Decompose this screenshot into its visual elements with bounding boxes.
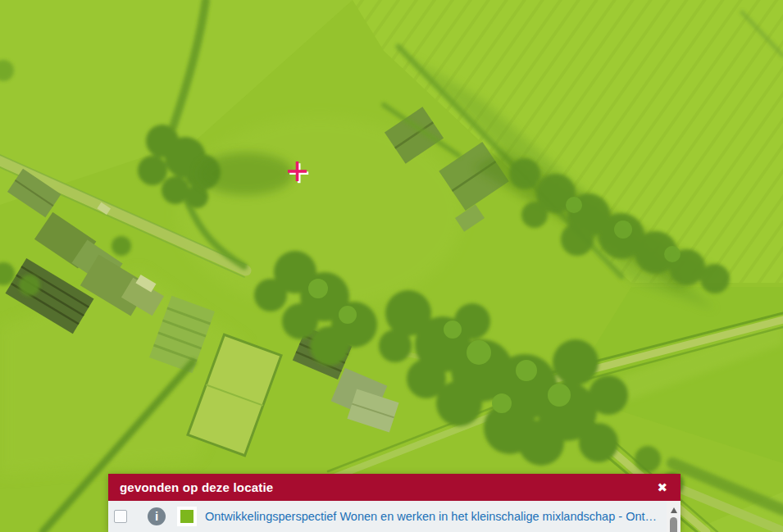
scrollbar-thumb[interactable] [670,517,677,532]
map-viewport: gevonden op deze locatie ✖ i Ontwikkelin… [0,0,783,532]
result-checkbox[interactable] [114,510,127,523]
triangle-up-icon [671,507,677,513]
result-row: i Ontwikkelingsperspectief Wonen en werk… [108,501,681,532]
scroll-up-icon[interactable] [667,501,681,514]
popup-header: gevonden op deze locatie ✖ [108,474,681,501]
aerial-map[interactable] [0,0,783,532]
popup-body: i Ontwikkelingsperspectief Wonen en werk… [108,501,681,532]
popup-title: gevonden op deze locatie [120,480,273,494]
scrollbar[interactable] [667,501,681,532]
results-popup: gevonden op deze locatie ✖ i Ontwikkelin… [108,474,681,532]
result-link[interactable]: Ontwikkelingsperspectief Wonen en werken… [205,510,664,523]
info-icon[interactable]: i [148,507,166,525]
legend-swatch-icon [177,507,197,526]
close-icon[interactable]: ✖ [655,480,669,495]
